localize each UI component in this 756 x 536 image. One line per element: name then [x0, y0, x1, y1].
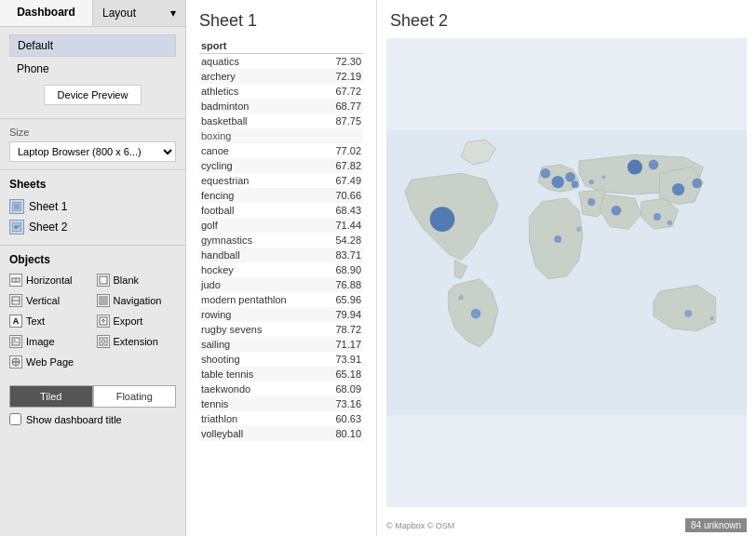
svg-point-38: [471, 309, 481, 319]
text-label: Text: [26, 315, 45, 327]
svg-point-45: [576, 227, 581, 232]
sport-cell: shooting: [199, 352, 322, 367]
default-option[interactable]: Default: [9, 34, 176, 57]
value-cell: 83.71: [322, 248, 363, 262]
sport-cell: volleyball: [199, 426, 322, 441]
table-row: rowing79.94: [199, 307, 363, 322]
blank-icon: [97, 274, 110, 287]
svg-point-26: [551, 176, 563, 188]
layout-buttons: Tiled Floating: [9, 385, 176, 408]
table-row: rugby sevens78.72: [199, 322, 363, 337]
table-row: archery72.19: [199, 69, 363, 84]
sheets-heading: Sheets: [9, 178, 176, 191]
sport-cell: taekwondo: [199, 382, 322, 396]
floating-button[interactable]: Floating: [93, 385, 177, 408]
sport-cell: cycling: [199, 158, 322, 173]
table-row: boxing: [199, 128, 363, 143]
table-row: basketball87.75: [199, 114, 363, 128]
value-cell: 65.96: [322, 292, 363, 307]
svg-point-44: [458, 295, 463, 300]
svg-point-31: [649, 160, 659, 170]
show-title-row: Show dashboard title: [0, 408, 185, 431]
value-cell: 65.18: [322, 367, 363, 382]
tab-layout[interactable]: Layout ▾: [92, 0, 185, 26]
sidebar-item-sheet2[interactable]: Sheet 2: [9, 217, 176, 237]
value-cell: 67.49: [322, 173, 363, 188]
sport-cell: football: [199, 203, 322, 218]
sidebar-tabs: Dashboard Layout ▾: [0, 0, 185, 27]
svg-point-35: [554, 235, 561, 243]
sheet2-label: Sheet 2: [29, 221, 67, 234]
table-row: table tennis65.18: [199, 367, 363, 382]
map-credit: © Mapbox © OSM: [386, 521, 454, 530]
sport-cell: basketball: [199, 114, 322, 128]
object-extension[interactable]: Extension: [97, 333, 177, 350]
size-select[interactable]: Laptop Browser (800 x 6...): [9, 141, 176, 162]
value-cell: 77.02: [322, 143, 363, 158]
sheet1-label: Sheet 1: [29, 200, 67, 213]
sport-cell: sailing: [199, 337, 322, 352]
device-preview-button[interactable]: Device Preview: [44, 85, 142, 105]
navigation-icon: [97, 294, 110, 307]
svg-point-36: [654, 213, 661, 221]
sport-cell: rowing: [199, 307, 322, 322]
object-horizontal[interactable]: Horizontal: [9, 272, 89, 288]
tab-dashboard[interactable]: Dashboard: [0, 0, 92, 26]
sidebar-item-sheet1[interactable]: Sheet 1: [9, 196, 176, 217]
sport-cell: athletics: [199, 84, 322, 99]
tiled-button[interactable]: Tiled: [9, 385, 93, 408]
sport-table: sport aquatics72.30archery72.19athletics…: [186, 38, 376, 536]
table-row: football68.43: [199, 203, 363, 218]
table-row: athletics67.72: [199, 84, 363, 99]
table-row: fencing70.66: [199, 188, 363, 203]
extension-label: Extension: [114, 336, 158, 347]
object-blank[interactable]: Blank: [97, 272, 177, 288]
export-label: Export: [114, 315, 143, 327]
svg-point-34: [692, 179, 702, 189]
table-row: judo76.88: [199, 277, 363, 292]
sidebar: Dashboard Layout ▾ Default Phone Device …: [0, 0, 186, 536]
value-cell: 76.88: [322, 277, 363, 292]
value-cell: 73.16: [322, 396, 363, 411]
show-title-checkbox[interactable]: [9, 413, 21, 425]
table-row: aquatics72.30: [199, 54, 363, 70]
main-content: Sheet 1 sport aquatics72.30archery72.19a…: [186, 0, 756, 536]
default-phone-section: Default Phone Device Preview: [0, 27, 185, 119]
map-container: [386, 38, 747, 507]
object-image[interactable]: Image: [9, 333, 89, 350]
value-cell: 80.10: [322, 426, 363, 441]
value-cell: 68.43: [322, 203, 363, 218]
svg-point-27: [565, 172, 575, 182]
value-cell: 67.72: [322, 84, 363, 99]
object-export[interactable]: Export: [97, 313, 177, 329]
object-text[interactable]: A Text: [9, 313, 89, 329]
value-cell: 67.82: [322, 158, 363, 173]
svg-point-28: [572, 181, 579, 188]
table-row: equestrian67.49: [199, 173, 363, 188]
vertical-label: Vertical: [26, 295, 60, 306]
sport-cell: equestrian: [199, 173, 322, 188]
value-cell: [322, 128, 363, 143]
object-navigation[interactable]: Navigation: [97, 292, 177, 309]
phone-option[interactable]: Phone: [9, 59, 176, 79]
value-cell: 68.09: [322, 382, 363, 396]
sheet2-title: Sheet 2: [377, 0, 756, 38]
value-cell: 68.90: [322, 262, 363, 277]
object-webpage[interactable]: Web Page: [9, 354, 89, 370]
value-cell: 87.75: [322, 114, 363, 128]
svg-point-32: [672, 183, 684, 195]
table-row: modern pentathlon65.96: [199, 292, 363, 307]
sport-cell: triathlon: [199, 411, 322, 426]
table-row: canoe77.02: [199, 143, 363, 158]
table-row: volleyball80.10: [199, 426, 363, 441]
text-icon: A: [9, 315, 22, 328]
size-section: Size Laptop Browser (800 x 6...): [0, 119, 185, 170]
value-cell: 71.44: [322, 218, 363, 233]
object-vertical[interactable]: Vertical: [9, 292, 89, 309]
unknown-badge: 84 unknown: [685, 518, 747, 532]
blank-label: Blank: [114, 275, 140, 286]
table-row: hockey68.90: [199, 262, 363, 277]
sport-cell: archery: [199, 69, 322, 84]
table-row: cycling67.82: [199, 158, 363, 173]
table-row: triathlon60.63: [199, 411, 363, 426]
